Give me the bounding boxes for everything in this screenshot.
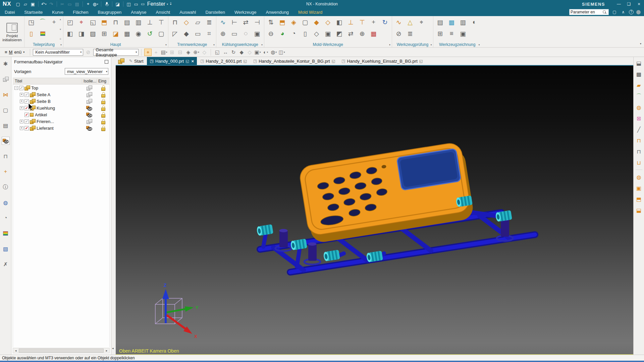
vorlagen-combo[interactable]: mw_view_Weener▾: [65, 68, 108, 75]
unlocked-padlock-icon[interactable]: [101, 119, 105, 124]
doc-tab-handy-kuehlung-einsatz-b-bg-prt[interactable]: ◳Handy_Kuehlung_Einsatz_B_BG.prt◱: [338, 57, 426, 65]
swap-icon[interactable]: ⇄: [345, 28, 356, 39]
ref-blend-icon[interactable]: ◧: [334, 17, 345, 27]
close-button[interactable]: ×: [634, 0, 644, 8]
cooling-fitting-icon[interactable]: ⊢: [229, 17, 240, 27]
command-search[interactable]: [569, 9, 609, 15]
parting-surface-icon[interactable]: ◇: [181, 17, 192, 27]
cooling-circle-icon[interactable]: ◌: [240, 28, 251, 39]
trim-region-icon[interactable]: ◸: [170, 28, 180, 39]
cooling-doc-icon[interactable]: ▭: [229, 28, 240, 39]
tool-check-icon[interactable]: ∿: [393, 17, 404, 27]
edge-patch-icon[interactable]: ◈: [288, 17, 299, 27]
point-dialog-icon[interactable]: ⊕▾: [193, 49, 200, 56]
group-label-haupt[interactable]: Haupt▾: [65, 42, 167, 47]
fenster-menu[interactable]: ▭ Fenster▾: [140, 1, 168, 7]
cut-icon[interactable]: ✂: [59, 1, 66, 7]
constraint-navigator-icon[interactable]: ⋈: [2, 90, 10, 99]
subtract-icon[interactable]: ⊖: [266, 28, 276, 39]
menu-tab-analyse[interactable]: Analyse: [126, 9, 151, 16]
menu-tab-ansicht[interactable]: Ansicht: [151, 9, 175, 16]
grid-icon[interactable]: ⌗: [204, 28, 215, 39]
rotate-icon[interactable]: ↻: [380, 17, 390, 27]
corner-icon[interactable]: ◩: [334, 28, 345, 39]
plane-icon[interactable]: ◇: [201, 49, 208, 56]
tree-row-top[interactable]: −✓Top: [13, 84, 109, 91]
reuse-library-icon[interactable]: ▢: [2, 106, 10, 114]
region-icon[interactable]: ⊓: [170, 17, 180, 27]
isolate-assembly-icon[interactable]: [87, 92, 92, 97]
sheet-icon[interactable]: ▭: [193, 28, 203, 39]
user-avatar[interactable]: [636, 10, 641, 14]
pipe-icon[interactable]: ╱: [635, 125, 643, 133]
menu-button[interactable]: ≡ Menü ▾: [2, 49, 27, 55]
stock-icon[interactable]: ▦: [368, 28, 379, 39]
component-drawing-icon[interactable]: ▥: [458, 17, 468, 27]
microphone-icon[interactable]: [103, 1, 110, 7]
mold-navigator-icon[interactable]: ⊓: [2, 152, 10, 160]
group-label-werkzeugzeichnung[interactable]: Werkzeugzeichnung▾: [435, 42, 480, 47]
pocket-icon[interactable]: ◪: [110, 28, 121, 39]
expander-icon[interactable]: +: [20, 100, 23, 103]
gallery-arrow-icon[interactable]: ▴: [60, 18, 61, 21]
expander-icon[interactable]: +: [20, 106, 23, 110]
core-cavity-icon[interactable]: ▩: [635, 70, 643, 78]
menu-tab-anwendung[interactable]: Anwendung: [261, 9, 293, 16]
ribbon-overflow-icon[interactable]: ▾: [640, 42, 641, 45]
minimize-button[interactable]: —: [614, 0, 624, 8]
tree-row-seitea[interactable]: +✓Seite A: [13, 91, 109, 98]
parting-solid-icon[interactable]: ◆: [181, 28, 192, 39]
history-icon[interactable]: ◔: [2, 214, 10, 222]
visual-effects-icon[interactable]: [2, 229, 10, 237]
doc-tab-start[interactable]: ✎Start: [126, 57, 147, 65]
recycle-icon[interactable]: ↺: [145, 28, 155, 39]
info-icon[interactable]: ⓘ: [2, 183, 10, 191]
library-icon[interactable]: ▥: [133, 17, 144, 27]
new-file-icon[interactable]: ▢: [15, 1, 21, 7]
parting-line-icon[interactable]: ⌒: [635, 92, 643, 100]
paste-icon[interactable]: ▤: [74, 1, 80, 7]
pin2-icon[interactable]: ⊤: [357, 17, 368, 27]
trim-icon[interactable]: ▨: [88, 28, 98, 39]
workpiece-icon[interactable]: ▯: [26, 28, 37, 39]
open-in-window-icon[interactable]: ◱: [332, 59, 335, 63]
menu-tab-startseite[interactable]: Startseite: [19, 9, 47, 16]
scroll-right-icon[interactable]: ▸: [104, 348, 109, 353]
doc-tab-handy-000-prt[interactable]: ◳Handy_000.prt◱×: [147, 57, 197, 65]
add-icon[interactable]: ⊕: [357, 28, 368, 39]
group-label-mold-werkzeuge[interactable]: Mold-Werkzeuge▾: [266, 42, 390, 47]
patch-icon[interactable]: ▱: [193, 17, 203, 27]
isolate-eye-icon[interactable]: [86, 113, 92, 117]
roller-settings-icon[interactable]: ✱: [2, 60, 10, 68]
pie-analysis-icon[interactable]: ◕: [277, 28, 288, 39]
open-in-window-icon[interactable]: ◱: [185, 59, 189, 63]
selection-filter-combo[interactable]: Kein Auswahlfilter▾: [33, 49, 83, 56]
parting-b-icon[interactable]: ⊓: [635, 147, 643, 156]
assembly-navigator-icon[interactable]: [2, 75, 10, 83]
isolate-eye-icon[interactable]: [86, 126, 92, 130]
view-eye-icon[interactable]: ◉: [133, 28, 144, 39]
load-checkbox[interactable]: ✓: [24, 99, 29, 104]
load-checkbox[interactable]: ✓: [19, 86, 23, 90]
restore-button[interactable]: ❑: [624, 0, 634, 8]
cylinder-view-icon[interactable]: ◍▾: [270, 49, 277, 56]
isolate-assembly-icon[interactable]: [87, 99, 92, 104]
minimize-ribbon-icon[interactable]: ∧: [620, 10, 626, 14]
menu-tab-darstellen[interactable]: Darstellen: [201, 9, 230, 16]
interference-icon[interactable]: ⊘: [393, 28, 404, 39]
unlocked-padlock-icon[interactable]: [101, 92, 105, 97]
wireframe-view-icon[interactable]: ◇: [246, 49, 253, 56]
expander-icon[interactable]: +: [20, 126, 23, 130]
load-checkbox[interactable]: ✓: [24, 126, 29, 130]
face-split-icon[interactable]: ◇: [323, 17, 333, 27]
cavity-icon[interactable]: ⬒: [99, 17, 110, 27]
save-icon[interactable]: ▣: [30, 1, 36, 7]
group-label-werkzeugprüfung[interactable]: Werkzeugprüfung▾: [393, 42, 432, 47]
scroll-left-icon[interactable]: ◂: [13, 348, 18, 353]
bom-table-icon[interactable]: ▦: [122, 28, 132, 39]
unlocked-padlock-icon[interactable]: [101, 112, 105, 117]
cooling-check-icon[interactable]: ▣: [252, 28, 263, 39]
tree-row-lieferant[interactable]: +✓Lieferant: [13, 125, 109, 131]
tree-row-artikel[interactable]: ✓Artikel: [13, 111, 109, 118]
enlarge-face-icon[interactable]: ◆: [311, 17, 322, 27]
